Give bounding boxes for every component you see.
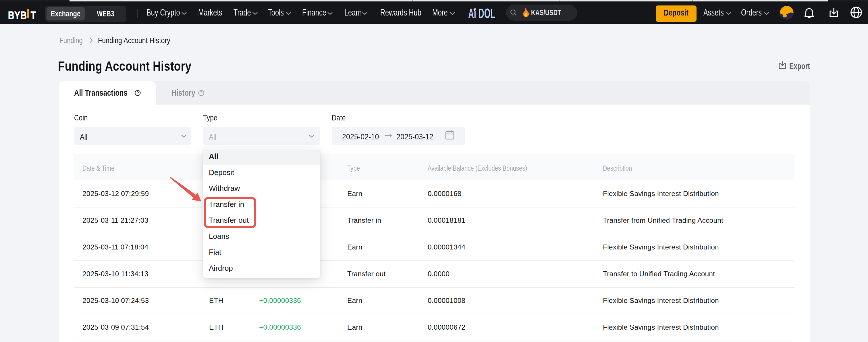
svg-text:T: T (31, 9, 36, 20)
svg-text:BYB: BYB (8, 9, 27, 20)
svg-text:?: ? (136, 90, 139, 95)
svg-text:?: ? (200, 90, 203, 95)
